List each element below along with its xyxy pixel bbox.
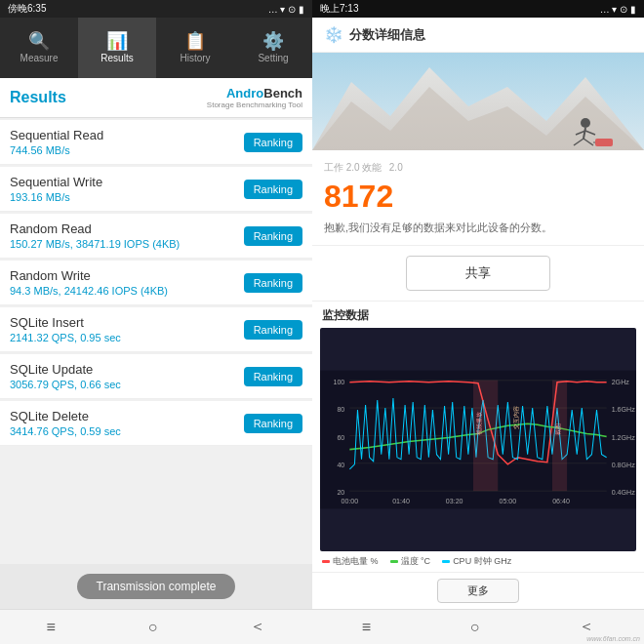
tab-setting[interactable]: ⚙️ Setting	[234, 18, 312, 78]
svg-rect-9	[595, 139, 613, 146]
logo-sub: Storage Benchmarking Tool	[207, 101, 302, 109]
svg-text:01:40: 01:40	[392, 498, 410, 505]
sqlite-update-ranking-btn[interactable]: Ranking	[244, 367, 302, 386]
results-header: Results AndroBench Storage Benchmarking …	[0, 78, 312, 118]
seq-write-ranking-btn[interactable]: Ranking	[244, 180, 302, 199]
rand-read-ranking-btn[interactable]: Ranking	[244, 226, 302, 246]
tab-results[interactable]: 📊 Results	[78, 18, 156, 78]
score-row: 8172	[324, 179, 632, 215]
result-sqlite-update: SQLite Update 3056.79 QPS, 0.66 sec Rank…	[0, 354, 312, 399]
time-left: 傍晚6:35	[8, 2, 46, 16]
result-sqlite-insert: SQLite Insert 2141.32 QPS, 0.95 sec Rank…	[0, 307, 312, 352]
legend-temp-label: 温度 °C	[401, 555, 431, 568]
snowflake-icon: ❄️	[324, 25, 343, 44]
svg-text:1.2GHz: 1.2GHz	[612, 434, 635, 442]
status-bar-left: 傍晚6:35 … ▾ ⊙ ▮	[0, 0, 312, 18]
score-header-title: 分数详细信息	[349, 26, 425, 44]
temp-dot	[390, 560, 398, 563]
monitor-chart: 100 80 60 40 20 2GHz 1.6GHz 1.2GHz 0.8GH…	[320, 328, 636, 551]
svg-text:交互内容: 交互内容	[512, 406, 519, 429]
rand-write-ranking-btn[interactable]: Ranking	[244, 273, 302, 293]
logo-main: AndroBench	[207, 86, 302, 101]
battery-dot	[322, 560, 330, 563]
result-info-sqlite-insert: SQLite Insert 2141.32 QPS, 0.95 sec	[10, 315, 244, 343]
hero-svg	[312, 53, 644, 150]
bottom-nav-left: ≡ ○ ＜	[0, 609, 312, 644]
svg-text:视频播放: 视频播放	[476, 412, 482, 435]
cpu-dot	[442, 560, 450, 563]
sqlite-insert-name: SQLite Insert	[10, 315, 244, 330]
menu-icon-right[interactable]: ≡	[362, 619, 371, 636]
seq-read-value: 744.56 MB/s	[10, 144, 244, 156]
svg-text:06:40: 06:40	[552, 498, 570, 505]
left-panel: 傍晚6:35 … ▾ ⊙ ▮ 🔍 Measure 📊 Results 📋 His…	[0, 0, 312, 644]
legend-battery: 电池电量 %	[322, 555, 379, 568]
tab-history[interactable]: 📋 History	[156, 18, 234, 78]
measure-icon: 🔍	[28, 32, 50, 50]
menu-icon-left[interactable]: ≡	[46, 619, 55, 636]
setting-icon: ⚙️	[262, 32, 284, 50]
result-sequential-read: Sequential Read 744.56 MB/s Ranking	[0, 120, 312, 165]
back-icon-right[interactable]: ＜	[579, 617, 594, 637]
share-section: 共享	[312, 246, 644, 302]
sqlite-insert-ranking-btn[interactable]: Ranking	[244, 320, 302, 340]
seq-write-name: Sequential Write	[10, 175, 244, 189]
result-info-rand-write: Random Write 94.3 MB/s, 24142.46 IOPS (4…	[10, 268, 244, 297]
svg-text:05:00: 05:00	[500, 498, 517, 505]
sqlite-insert-value: 2141.32 QPS, 0.95 sec	[10, 332, 244, 343]
home-icon-right[interactable]: ○	[470, 619, 480, 636]
svg-text:60: 60	[337, 434, 344, 442]
svg-text:1.6GHz: 1.6GHz	[612, 406, 635, 414]
right-panel: 晚上7:13 … ▾ ⊙ ▮ ❄️ 分数详细信息	[312, 0, 644, 644]
share-button[interactable]: 共享	[406, 256, 550, 291]
result-info-rand-read: Random Read 150.27 MB/s, 38471.19 IOPS (…	[10, 221, 244, 250]
transmission-label: Transmission complete	[77, 574, 236, 599]
watermark: www.6fan.com.cn	[586, 635, 640, 642]
sqlite-delete-value: 3414.76 QPS, 0.59 sec	[10, 425, 244, 437]
chart-legend: 电池电量 % 温度 °C CPU 时钟 GHz	[312, 551, 644, 572]
svg-text:00:00: 00:00	[342, 498, 359, 505]
result-info-seq-write: Sequential Write 193.16 MB/s	[10, 175, 244, 203]
signals-left: … ▾ ⊙ ▮	[268, 4, 304, 15]
result-info-seq-read: Sequential Read 744.56 MB/s	[10, 128, 244, 156]
score-desc: 抱歉,我们没有足够的数据来对比此设备的分数。	[324, 221, 632, 235]
result-random-write: Random Write 94.3 MB/s, 24142.46 IOPS (4…	[0, 261, 312, 305]
monitor-section: 监控数据 100 80 60 40 20 2GHz 1.6GHz 1	[312, 302, 644, 609]
monitor-title: 监控数据	[312, 302, 644, 328]
more-button[interactable]: 更多	[437, 579, 519, 603]
result-sqlite-delete: SQLite Delete 3414.76 QPS, 0.59 sec Rank…	[0, 401, 312, 446]
tab-measure[interactable]: 🔍 Measure	[0, 18, 78, 78]
tab-measure-label: Measure	[20, 53, 59, 63]
history-icon: 📋	[184, 32, 206, 50]
nav-tabs: 🔍 Measure 📊 Results 📋 History ⚙️ Setting	[0, 18, 312, 78]
seq-read-name: Sequential Read	[10, 128, 244, 142]
sqlite-delete-ranking-btn[interactable]: Ranking	[244, 414, 302, 433]
svg-text:0.8GHz: 0.8GHz	[612, 462, 635, 469]
svg-text:100: 100	[334, 379, 345, 386]
back-icon-left[interactable]: ＜	[250, 617, 265, 637]
seq-read-ranking-btn[interactable]: Ranking	[244, 133, 302, 152]
score-section: 工作 2.0 效能 2.0 8172 抱歉,我们没有足够的数据来对比此设备的分数…	[312, 150, 644, 246]
results-list: Sequential Read 744.56 MB/s Ranking Sequ…	[0, 118, 312, 564]
rand-write-value: 94.3 MB/s, 24142.46 IOPS (4KB)	[10, 285, 244, 297]
svg-text:20: 20	[337, 489, 344, 497]
bottom-nav-right: ≡ ○ ＜ www.6fan.com.cn	[312, 609, 644, 644]
result-info-sqlite-delete: SQLite Delete 3414.76 QPS, 0.59 sec	[10, 409, 244, 437]
sqlite-update-name: SQLite Update	[10, 362, 244, 377]
tab-history-label: History	[180, 53, 210, 63]
svg-point-3	[581, 118, 590, 128]
chart-area: 100 80 60 40 20 2GHz 1.6GHz 1.2GHz 0.8GH…	[320, 328, 636, 551]
legend-temp: 温度 °C	[390, 555, 431, 568]
results-title: Results	[10, 89, 66, 106]
work-label: 工作 2.0 效能 2.0	[324, 160, 632, 175]
legend-battery-label: 电池电量 %	[333, 555, 379, 568]
rand-write-name: Random Write	[10, 268, 244, 283]
signals-right: … ▾ ⊙ ▮	[600, 4, 636, 15]
svg-text:03:20: 03:20	[446, 498, 463, 505]
svg-text:40: 40	[337, 462, 344, 469]
home-icon-left[interactable]: ○	[148, 619, 158, 636]
rand-read-value: 150.27 MB/s, 38471.19 IOPS (4KB)	[10, 238, 244, 250]
legend-cpu: CPU 时钟 GHz	[442, 555, 511, 568]
result-sequential-write: Sequential Write 193.16 MB/s Ranking	[0, 167, 312, 212]
status-bar-right: 晚上7:13 … ▾ ⊙ ▮	[312, 0, 644, 18]
